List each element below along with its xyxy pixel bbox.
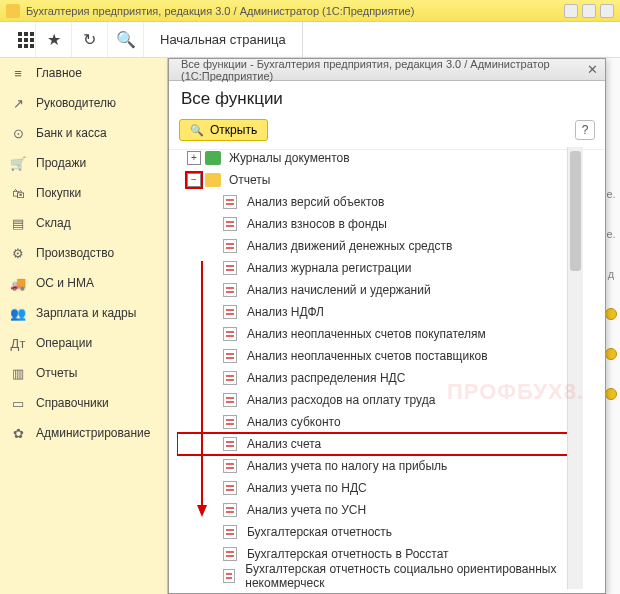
- content-area: С е. е. д Все функции - Бухгалтерия пред…: [168, 58, 620, 594]
- tree-report-item[interactable]: Анализ НДФЛ: [177, 301, 583, 323]
- sidebar-item-assets[interactable]: 🚚ОС и НМА: [0, 268, 167, 298]
- sidebar-item-main[interactable]: ≡Главное: [0, 58, 167, 88]
- magnifier-icon: 🔍: [190, 124, 204, 137]
- report-doc-icon: [223, 283, 237, 297]
- close-icon[interactable]: ✕: [585, 62, 599, 78]
- settings-icon: ✿: [10, 426, 26, 441]
- report-doc-icon: [223, 261, 237, 275]
- help-icon: ?: [582, 123, 589, 137]
- apps-grid-icon[interactable]: [0, 22, 36, 57]
- tree-report-item[interactable]: Анализ расходов на оплату труда: [177, 389, 583, 411]
- tree-report-item[interactable]: Анализ неоплаченных счетов покупателям: [177, 323, 583, 345]
- sidebar-item-bank[interactable]: ⊙Банк и касса: [0, 118, 167, 148]
- report-doc-icon: [223, 239, 237, 253]
- gutter-disc-icon: [605, 388, 617, 400]
- window-btn-1[interactable]: [564, 4, 578, 18]
- main-area: ≡Главное ↗Руководителю ⊙Банк и касса 🛒Пр…: [0, 58, 620, 594]
- sidebar-item-purchases[interactable]: 🛍Покупки: [0, 178, 167, 208]
- report-icon: ▥: [10, 366, 26, 381]
- menu-icon: ≡: [10, 66, 26, 81]
- collapse-icon[interactable]: −: [187, 173, 201, 187]
- people-icon: 👥: [10, 306, 26, 321]
- sidebar-item-label: Зарплата и кадры: [36, 306, 136, 320]
- tree-scrollbar[interactable]: [567, 147, 583, 589]
- expand-icon[interactable]: +: [187, 151, 201, 165]
- tree-report-label: Анализ версий объектов: [247, 195, 384, 209]
- search-icon[interactable]: 🔍: [108, 22, 144, 57]
- tree-report-item[interactable]: Анализ начислений и удержаний: [177, 279, 583, 301]
- report-doc-icon: [223, 503, 237, 517]
- tree-report-label: Анализ расходов на оплату труда: [247, 393, 435, 407]
- tree-report-item[interactable]: Анализ субконто: [177, 411, 583, 433]
- window-controls: [564, 4, 614, 18]
- coins-icon: ⊙: [10, 126, 26, 141]
- sidebar-item-label: Покупки: [36, 186, 81, 200]
- tree-report-label: Анализ учета по УСН: [247, 503, 366, 517]
- favorites-icon[interactable]: ★: [36, 22, 72, 57]
- dialog-toolbar: 🔍 Открыть ?: [169, 115, 605, 150]
- cart-icon: 🛒: [10, 156, 26, 171]
- tree-report-item[interactable]: Бухгалтерская отчетность: [177, 521, 583, 543]
- all-functions-dialog: Все функции - Бухгалтерия предприятия, р…: [168, 58, 606, 594]
- tree-report-item[interactable]: Анализ учета по НДС: [177, 477, 583, 499]
- sidebar-item-admin[interactable]: ✿Администрирование: [0, 418, 167, 448]
- sidebar-item-label: Руководителю: [36, 96, 116, 110]
- gear-icon: ⚙: [10, 246, 26, 261]
- tree-report-item[interactable]: Анализ распределения НДС: [177, 367, 583, 389]
- gutter-mark: е.: [606, 228, 615, 240]
- box-icon: ▤: [10, 216, 26, 231]
- tree-report-item[interactable]: Анализ журнала регистрации: [177, 257, 583, 279]
- tree-node-reports[interactable]: − Отчеты: [177, 169, 583, 191]
- start-page-label: Начальная страница: [160, 32, 286, 47]
- sidebar-item-operations[interactable]: ДтОперации: [0, 328, 167, 358]
- tree-report-label: Анализ взносов в фонды: [247, 217, 387, 231]
- report-doc-icon: [223, 327, 237, 341]
- sidebar-item-production[interactable]: ⚙Производство: [0, 238, 167, 268]
- sidebar-item-label: Склад: [36, 216, 71, 230]
- history-icon[interactable]: ↻: [72, 22, 108, 57]
- tree-report-label: Анализ движений денежных средств: [247, 239, 452, 253]
- truck-icon: 🚚: [10, 276, 26, 291]
- tree-report-item[interactable]: Анализ учета по УСН: [177, 499, 583, 521]
- tree-label: Журналы документов: [229, 151, 350, 165]
- gutter-mark: е.: [606, 188, 615, 200]
- report-doc-icon: [223, 525, 237, 539]
- tree-report-label: Анализ журнала регистрации: [247, 261, 411, 275]
- window-btn-3[interactable]: [600, 4, 614, 18]
- folder-icon: [205, 173, 221, 187]
- sidebar-item-salary[interactable]: 👥Зарплата и кадры: [0, 298, 167, 328]
- tree-report-item[interactable]: Анализ движений денежных средств: [177, 235, 583, 257]
- tree-report-item[interactable]: Анализ неоплаченных счетов поставщиков: [177, 345, 583, 367]
- sidebar-item-label: Продажи: [36, 156, 86, 170]
- sidebar-item-label: ОС и НМА: [36, 276, 94, 290]
- bag-icon: 🛍: [10, 186, 26, 201]
- app-titlebar: Бухгалтерия предприятия, редакция 3.0 / …: [0, 0, 620, 22]
- functions-tree: + Журналы документов − Отчеты Анализ вер…: [177, 147, 583, 589]
- dialog-titlebar: Все функции - Бухгалтерия предприятия, р…: [169, 59, 605, 81]
- sidebar-item-warehouse[interactable]: ▤Склад: [0, 208, 167, 238]
- tree-report-label: Анализ неоплаченных счетов поставщиков: [247, 349, 488, 363]
- sidebar-item-references[interactable]: ▭Справочники: [0, 388, 167, 418]
- report-doc-icon: [223, 437, 237, 451]
- report-doc-icon: [223, 547, 237, 561]
- open-button[interactable]: 🔍 Открыть: [179, 119, 268, 141]
- tree-report-item[interactable]: Анализ взносов в фонды: [177, 213, 583, 235]
- sidebar-item-label: Администрирование: [36, 426, 150, 440]
- tree-node-journals[interactable]: + Журналы документов: [177, 147, 583, 169]
- help-button[interactable]: ?: [575, 120, 595, 140]
- tree-report-item[interactable]: Бухгалтерская отчетность социально ориен…: [177, 565, 583, 587]
- tree-report-item[interactable]: Анализ учета по налогу на прибыль: [177, 455, 583, 477]
- report-doc-icon: [223, 305, 237, 319]
- dialog-heading: Все функции: [169, 81, 605, 115]
- sidebar-item-sales[interactable]: 🛒Продажи: [0, 148, 167, 178]
- open-button-label: Открыть: [210, 123, 257, 137]
- tree-report-item[interactable]: Анализ версий объектов: [177, 191, 583, 213]
- sidebar-item-manager[interactable]: ↗Руководителю: [0, 88, 167, 118]
- report-doc-icon: [223, 371, 237, 385]
- start-page-tab[interactable]: Начальная страница: [144, 22, 303, 57]
- folder-icon: [205, 151, 221, 165]
- scrollbar-thumb[interactable]: [570, 151, 581, 271]
- window-btn-2[interactable]: [582, 4, 596, 18]
- tree-report-item[interactable]: Анализ счета: [177, 433, 579, 455]
- sidebar-item-reports[interactable]: ▥Отчеты: [0, 358, 167, 388]
